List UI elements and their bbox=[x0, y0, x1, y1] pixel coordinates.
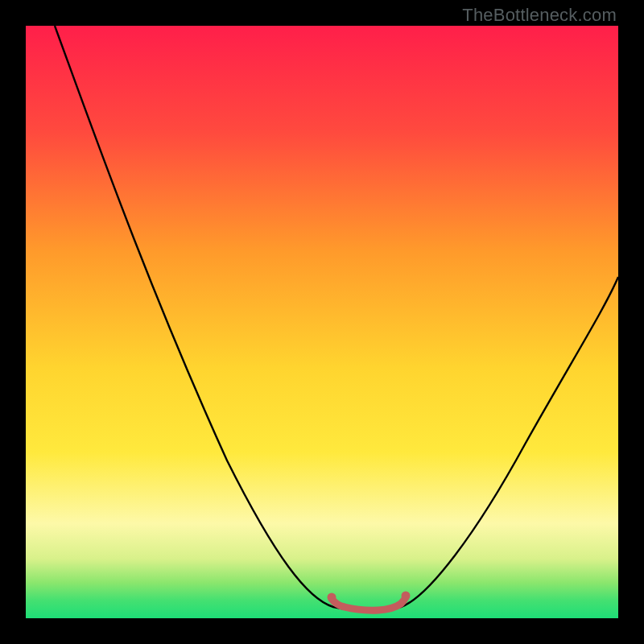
bottleneck-curve bbox=[26, 26, 618, 618]
plot-area bbox=[26, 26, 618, 618]
watermark-text: TheBottleneck.com bbox=[462, 5, 617, 26]
marker-start-dot bbox=[328, 593, 336, 602]
chart-frame: TheBottleneck.com bbox=[0, 0, 644, 644]
curve-path bbox=[55, 26, 618, 610]
optimal-range-marker bbox=[332, 597, 406, 610]
marker-end-dot bbox=[402, 592, 411, 601]
